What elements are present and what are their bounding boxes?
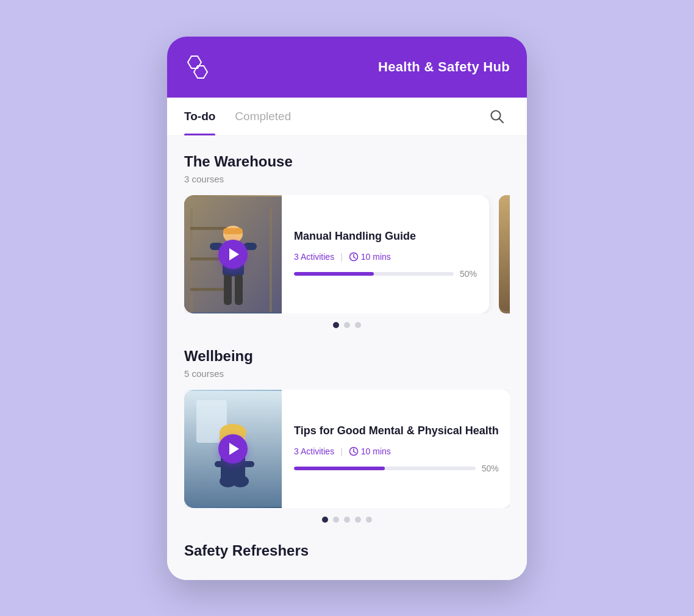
header-title: Health & Safety Hub [378, 59, 510, 75]
svg-rect-30 [215, 461, 227, 467]
warehouse-dots [184, 322, 510, 328]
course-card-mental-health[interactable]: Tips for Good Mental & Physical Health 3… [184, 390, 510, 508]
svg-marker-1 [194, 66, 207, 78]
dot-1 [333, 322, 339, 328]
svg-line-34 [354, 452, 356, 453]
wb-dot-2 [333, 517, 339, 523]
progress-fill [294, 272, 374, 276]
logo-icon [184, 54, 211, 81]
warehouse-cards-row: Manual Handling Guide 3 Activities | [184, 195, 510, 313]
tabs-bar: To-do Completed [167, 98, 527, 136]
wellbeing-subtitle: 5 courses [184, 368, 510, 379]
course-card-manual-handling[interactable]: Manual Handling Guide 3 Activities | [184, 195, 489, 313]
clock-icon-wellbeing [349, 446, 359, 456]
meta-divider: | [340, 252, 343, 262]
duration-label: 10 mins [349, 252, 391, 262]
card-title-manual-handling: Manual Handling Guide [294, 229, 477, 243]
wb-dot-1 [322, 517, 328, 523]
activities-label: 3 Activities [294, 252, 334, 262]
search-icon [489, 109, 505, 124]
progress-track-wellbeing [294, 467, 476, 470]
card-peek-warehouse [499, 195, 510, 313]
svg-rect-17 [235, 274, 243, 305]
card-meta-manual-handling: 3 Activities | 10 mins [294, 252, 477, 262]
card-thumbnail-warehouse [184, 195, 282, 313]
svg-rect-16 [224, 274, 232, 305]
progress-container-wellbeing: 50% [294, 464, 499, 473]
card-content-manual-handling: Manual Handling Guide 3 Activities | [282, 195, 489, 313]
app-header: Health & Safety Hub [167, 37, 527, 98]
progress-container-warehouse: 50% [294, 269, 477, 279]
phone-container: Health & Safety Hub To-do Completed The … [167, 37, 527, 580]
wb-dot-5 [366, 517, 372, 523]
activities-label-wellbeing: 3 Activities [294, 446, 334, 456]
card-title-mental-health: Tips for Good Mental & Physical Health [294, 424, 499, 438]
tabs-left: To-do Completed [184, 98, 291, 135]
duration-label-wellbeing: 10 mins [349, 446, 391, 456]
duration-text-wellbeing: 10 mins [361, 446, 391, 456]
svg-rect-10 [190, 288, 227, 291]
wellbeing-cards-row: Tips for Good Mental & Physical Health 3… [184, 390, 510, 508]
wb-dot-4 [355, 517, 361, 523]
svg-point-29 [232, 475, 249, 487]
progress-label: 50% [460, 269, 477, 279]
meta-divider-wellbeing: | [340, 446, 343, 456]
svg-rect-8 [190, 227, 227, 230]
duration-text: 10 mins [361, 252, 391, 262]
svg-line-3 [499, 118, 504, 123]
dot-2 [344, 322, 350, 328]
warehouse-title: The Warehouse [184, 153, 510, 170]
tab-completed[interactable]: Completed [235, 98, 291, 135]
progress-label-wellbeing: 50% [482, 464, 499, 473]
dot-3 [355, 322, 361, 328]
wellbeing-title: Wellbeing [184, 348, 510, 365]
card-thumbnail-wellbeing [184, 390, 282, 508]
progress-fill-wellbeing [294, 467, 385, 470]
section-safety: Safety Refreshers [184, 542, 510, 568]
play-button-warehouse[interactable] [218, 240, 248, 269]
play-icon-wellbeing [229, 443, 239, 455]
section-warehouse: The Warehouse 3 courses [184, 153, 510, 328]
warehouse-subtitle: 3 courses [184, 174, 510, 184]
peek-svg-warehouse [499, 195, 510, 311]
svg-rect-31 [242, 461, 254, 467]
play-icon [229, 248, 239, 260]
card-meta-wellbeing: 3 Activities | 10 mins [294, 446, 499, 456]
section-wellbeing: Wellbeing 5 courses [184, 348, 510, 523]
tab-todo[interactable]: To-do [184, 98, 215, 135]
wellbeing-dots [184, 517, 510, 523]
wb-dot-3 [344, 517, 350, 523]
play-button-wellbeing[interactable] [218, 434, 248, 464]
progress-track [294, 272, 454, 276]
safety-title: Safety Refreshers [184, 542, 510, 559]
svg-line-20 [354, 257, 356, 259]
svg-rect-7 [270, 209, 272, 312]
search-button[interactable] [484, 104, 510, 129]
card-content-mental-health: Tips for Good Mental & Physical Health 3… [282, 390, 510, 508]
app-logo [184, 54, 211, 81]
content-area: The Warehouse 3 courses [167, 136, 527, 580]
clock-icon [349, 252, 359, 262]
svg-rect-12 [223, 228, 243, 234]
svg-rect-21 [499, 195, 510, 311]
